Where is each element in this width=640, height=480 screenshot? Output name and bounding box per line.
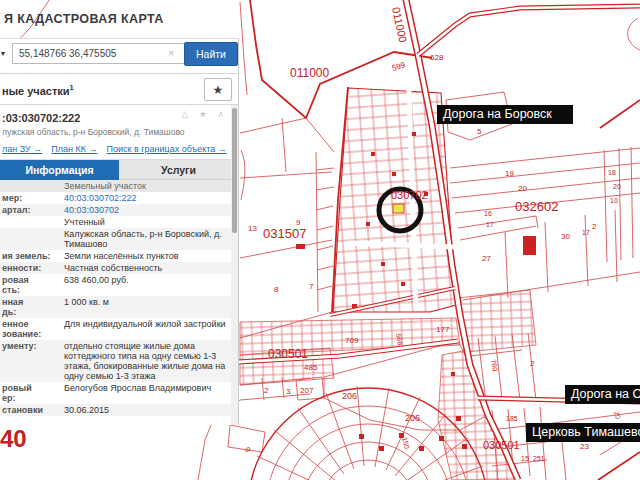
map-label: 40 [0, 425, 27, 452]
info-row: ументу:отдельно стоящие жилые дома котте… [0, 340, 231, 382]
map-label: 5 [477, 127, 482, 136]
results-header: ные участки1 ★ [0, 73, 238, 105]
info-row: ровый ер:Белогубов Ярослав Владимирович [0, 382, 231, 404]
parcel-info-table: Земельный участокмер:40:03:030702:222арт… [0, 180, 231, 416]
parcel-cadastral-number: :03:030702:222 [2, 112, 80, 124]
map-label: 207 [300, 386, 314, 395]
info-row: ия земель:Земли населённых пунктов [0, 250, 231, 262]
map-label: 8 [274, 285, 279, 294]
link-plan-kk[interactable]: План КК → [51, 144, 97, 154]
info-row: енности:Частная собственность [0, 262, 231, 274]
info-row-label: мер: [0, 192, 62, 204]
map-label: 032602 [515, 199, 558, 214]
info-row-label: артал: [0, 204, 62, 216]
info-row-label: енности: [0, 262, 62, 274]
clear-search-icon[interactable]: × [168, 48, 174, 59]
info-row: становки30.06.2015 [0, 404, 231, 416]
map-label: 19 [505, 169, 514, 178]
info-row-label: енное зование: [0, 318, 62, 340]
scrollbar-thumb[interactable] [232, 108, 237, 233]
link-plan-zu[interactable]: лан ЗУ → [2, 144, 42, 154]
map-label: 206 [342, 391, 357, 401]
map-label: 709 [345, 336, 359, 345]
link-search-in-bounds[interactable]: Поиск в границах объекта → [106, 144, 226, 154]
map-label: 3 [286, 387, 291, 396]
info-row: енное зование:Для индивидуальной жилой з… [0, 318, 231, 340]
map-label: 20 [518, 184, 527, 193]
map-label: 13 [248, 224, 257, 233]
map-label: 27 [482, 254, 491, 263]
selected-parcel[interactable] [393, 204, 404, 213]
map-label: 28 [525, 240, 534, 249]
search-input[interactable] [12, 43, 190, 64]
map-label-church-timashevo: Церковь Тимашево [526, 423, 640, 442]
map-label: 030702 [391, 189, 428, 201]
map-label: 17 [582, 229, 590, 236]
info-row-label [0, 216, 62, 228]
info-row-value: Белогубов Ярослав Владимирович [62, 382, 231, 404]
search-bar: ▾ × Найти [0, 39, 238, 73]
info-row-value-link[interactable]: 40:03:030702:222 [62, 192, 231, 204]
search-button[interactable]: Найти [184, 42, 238, 66]
cadastral-map-app: { "header": { "title": "Я КАДАСТРОВАЯ КА… [0, 0, 640, 480]
info-row-label: ументу: [0, 340, 62, 382]
info-row-value: Калужская область, р-н Боровский, д. Тим… [62, 228, 231, 250]
info-row-value: 1 000 кв. м [62, 296, 231, 318]
info-row-label: ровый ер: [0, 382, 62, 404]
map-label: 16 [484, 210, 492, 217]
map-label: 251 [533, 455, 545, 462]
map-label: 30 [561, 232, 570, 241]
map-label: 011000 [290, 66, 329, 80]
map-label: 23 [580, 442, 589, 451]
info-row-value: Учтенный [62, 216, 231, 228]
info-row-label: ровая сть: [0, 274, 62, 296]
map-label: 20 [613, 183, 621, 190]
map-label-road-ob: Дорога на Об [565, 385, 640, 404]
map-label: 030501 [483, 439, 520, 451]
map-label: 2 [592, 222, 597, 231]
results-count: 1 [70, 83, 74, 92]
favorite-star-button[interactable]: ★ [204, 78, 232, 101]
info-row: Учтенный [0, 216, 231, 228]
search-type-dropdown-caret-icon[interactable]: ▾ [1, 49, 5, 58]
map-label: 15 [521, 455, 529, 462]
info-row-label [0, 228, 62, 250]
parcel-tabs: Информация Услуги [0, 160, 238, 180]
map-label: 2 [530, 359, 535, 368]
info-row-value: отдельно стоящие жилые дома коттеджного … [62, 340, 231, 382]
map-label: 7 [309, 282, 314, 291]
map-label: 185 [506, 415, 518, 422]
left-panel-container: ▾ × Найти ные участки1 ★ :03:030702:222 … [0, 38, 239, 425]
tab-information[interactable]: Информация [0, 160, 119, 180]
map-label: 485 [304, 363, 318, 372]
tab-services[interactable]: Услуги [119, 160, 238, 180]
info-row: Калужская область, р-н Боровский, д. Тим… [0, 228, 231, 250]
info-row-value-link[interactable]: 40:03:030702 [62, 204, 231, 216]
info-row-value: 30.06.2015 [62, 404, 231, 416]
table-section-header: Земельный участок [0, 180, 231, 192]
map-label: 18 [608, 169, 616, 176]
map-label: 2 [264, 386, 269, 395]
info-row: мер:40:03:030702:222 [0, 192, 231, 204]
parcel-links: лан ЗУ → План КК → Поиск в границах объе… [0, 141, 238, 160]
info-row-value: 638 460,00 руб. [62, 274, 231, 296]
map-label: 17 [486, 221, 494, 228]
info-row-label: нная дь: [0, 296, 62, 318]
map-label: 031507 [263, 226, 306, 241]
info-row-value: Для индивидуальной жилой застройки [62, 318, 231, 340]
info-row-value: Земли населённых пунктов [62, 250, 231, 262]
parcel-header-icons[interactable]: △ ★ ∧ [181, 109, 228, 119]
info-row-label: ия земель: [0, 250, 62, 262]
parcel-info-panel: :03:030702:222 △ ★ ∧ лужская область, р-… [0, 105, 238, 425]
info-row-value: Частная собственность [62, 262, 231, 274]
map-label: 628 [430, 53, 444, 62]
map-label: 10 [610, 197, 618, 204]
map-label: 177 [436, 325, 450, 334]
parcel-address: лужская область, р-н Боровский, д. Тимаш… [0, 126, 238, 141]
results-title: ные участки1 [2, 83, 74, 97]
info-row-label: становки [0, 404, 62, 416]
page-title: Я КАДАСТРОВАЯ КАРТА [4, 12, 164, 26]
map-label: 206 [405, 413, 420, 423]
info-row: артал:40:03:030702 [0, 204, 231, 216]
panel-scrollbar[interactable] [231, 105, 238, 425]
